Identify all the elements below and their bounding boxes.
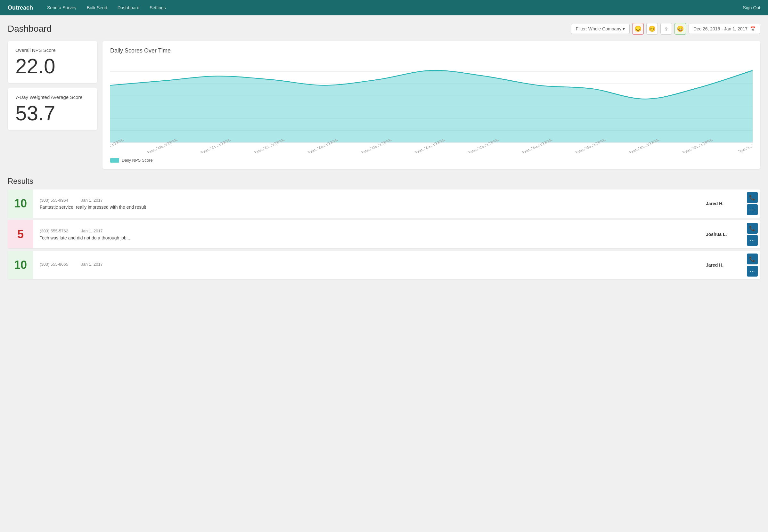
table-row: 5 (303) 555-5762 Jan 1, 2017 Tech was la… (8, 220, 760, 248)
result-date: Jan 1, 2017 (81, 229, 103, 233)
main-content: Dashboard Filter: Whole Company ▾ 😞 😊 ? … (0, 15, 768, 289)
results-list: 10 (303) 555-9964 Jan 1, 2017 Fantastic … (8, 189, 760, 279)
menu-button[interactable]: ⋯ (747, 204, 758, 215)
chart-title: Daily Scores Over Time (110, 47, 753, 54)
call-button[interactable]: 📞 (747, 223, 758, 234)
legend-label: Daily NPS Score (122, 158, 153, 163)
date-range-button[interactable]: Dec 26, 2016 - Jan 1, 2017 📅 (689, 24, 760, 34)
result-score: 10 (8, 251, 33, 279)
filter-sad-button[interactable]: 😞 (632, 23, 644, 35)
result-meta: (303) 555-5762 Jan 1, 2017 (40, 229, 693, 233)
nav-settings[interactable]: Settings (146, 3, 170, 12)
date-range-label: Dec 26, 2016 - Jan 1, 2017 (693, 26, 748, 31)
menu-button[interactable]: ⋯ (747, 235, 758, 246)
result-assignee: Joshua L. (699, 220, 744, 248)
nav-dashboard[interactable]: Dashboard (114, 3, 143, 12)
filter-neutral-button[interactable]: 😊 (646, 23, 658, 35)
nps-score-value: 22.0 (15, 56, 90, 77)
result-date: Jan 1, 2017 (81, 262, 103, 267)
result-actions: 📞 ⋯ (744, 189, 760, 218)
table-row: 10 (303) 555-9964 Jan 1, 2017 Fantastic … (8, 189, 760, 218)
weighted-score-value: 53.7 (15, 103, 90, 124)
filter-unknown-button[interactable]: ? (660, 23, 672, 35)
result-meta: (303) 555-8665 Jan 1, 2017 (40, 262, 693, 267)
result-comment: Tech was late and did not do a thorough … (40, 235, 693, 240)
result-phone: (303) 555-5762 (40, 229, 68, 233)
nav-links: Send a Survey Bulk Send Dashboard Settin… (43, 3, 743, 12)
weighted-score-label: 7-Day Weighted Average Score (15, 94, 90, 100)
result-score: 5 (8, 220, 33, 248)
chart-container: 0 10 20 30 40 50 60 70 Dec 26, 12AMDec 2… (110, 59, 753, 157)
chart-card: Daily Scores Over Time 0 10 20 30 4 (102, 41, 760, 169)
nav-send-survey[interactable]: Send a Survey (43, 3, 80, 12)
result-body: (303) 555-5762 Jan 1, 2017 Tech was late… (33, 220, 699, 248)
result-actions: 📞 ⋯ (744, 220, 760, 248)
result-meta: (303) 555-9964 Jan 1, 2017 (40, 198, 693, 203)
filter-button[interactable]: Filter: Whole Company ▾ (571, 24, 630, 34)
sign-out-button[interactable]: Sign Out (743, 5, 760, 10)
nps-score-label: Overall NPS Score (15, 47, 90, 53)
score-cards: Overall NPS Score 22.0 7-Day Weighted Av… (8, 41, 97, 169)
results-section: Results 10 (303) 555-9964 Jan 1, 2017 Fa… (8, 177, 760, 279)
chart-svg: 0 10 20 30 40 50 60 70 Dec 26, 12AMDec 2… (110, 59, 753, 155)
legend-swatch (110, 158, 119, 163)
top-grid: Overall NPS Score 22.0 7-Day Weighted Av… (8, 41, 760, 169)
call-button[interactable]: 📞 (747, 192, 758, 203)
result-phone: (303) 555-9964 (40, 198, 68, 203)
call-button[interactable]: 📞 (747, 254, 758, 264)
result-actions: 📞 ⋯ (744, 251, 760, 279)
result-body: (303) 555-8665 Jan 1, 2017 (33, 251, 699, 279)
result-assignee: Jared H. (699, 251, 744, 279)
table-row: 10 (303) 555-8665 Jan 1, 2017 Jared H. 📞… (8, 251, 760, 279)
result-score: 10 (8, 189, 33, 218)
calendar-icon: 📅 (750, 26, 756, 31)
nav-bulk-send[interactable]: Bulk Send (83, 3, 111, 12)
result-assignee: Jared H. (699, 189, 744, 218)
results-title: Results (8, 177, 760, 186)
result-comment: Fantastic service, really impressed with… (40, 205, 693, 210)
page-title: Dashboard (8, 24, 52, 34)
weighted-score-card: 7-Day Weighted Average Score 53.7 (8, 88, 97, 130)
nps-score-card: Overall NPS Score 22.0 (8, 41, 97, 83)
result-body: (303) 555-9964 Jan 1, 2017 Fantastic ser… (33, 189, 699, 218)
brand-logo: Outreach (8, 4, 33, 11)
filter-happy-button[interactable]: 😄 (675, 23, 686, 35)
result-phone: (303) 555-8665 (40, 262, 68, 267)
header-row: Dashboard Filter: Whole Company ▾ 😞 😊 ? … (8, 23, 760, 35)
menu-button[interactable]: ⋯ (747, 266, 758, 277)
result-date: Jan 1, 2017 (81, 198, 103, 203)
header-controls: Filter: Whole Company ▾ 😞 😊 ? 😄 Dec 26, … (571, 23, 760, 35)
